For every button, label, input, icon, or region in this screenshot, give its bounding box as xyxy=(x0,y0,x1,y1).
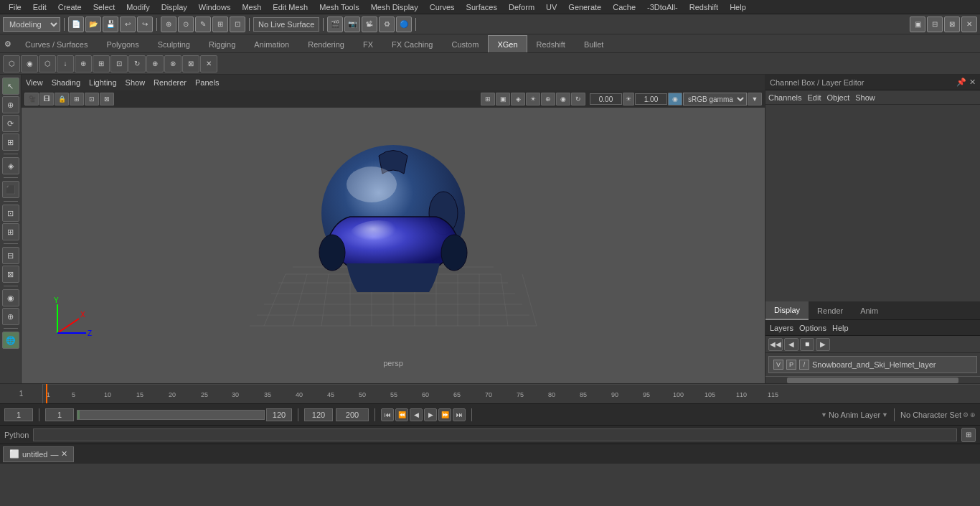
paint-btn[interactable]: ✎ xyxy=(195,17,211,32)
cb-channels-menu[interactable]: Channels xyxy=(768,93,801,102)
vp-menu-lighting[interactable]: Lighting xyxy=(89,78,117,87)
goto-start-btn[interactable]: ⏮ xyxy=(381,408,394,421)
range-start-input[interactable] xyxy=(45,408,74,421)
layers-menu-layers[interactable]: Layers xyxy=(770,324,793,332)
menu-edit[interactable]: Edit xyxy=(27,1,52,13)
snap-grid-btn[interactable]: ⊟ xyxy=(2,247,19,264)
tab-rendering[interactable]: Rendering xyxy=(298,35,354,52)
menu-curves[interactable]: Curves xyxy=(424,1,461,13)
tool-settings-btn[interactable]: ⊠ xyxy=(944,17,960,32)
mode-dropdown[interactable]: Modeling xyxy=(3,17,60,32)
move-tool-btn[interactable]: ⊕ xyxy=(2,96,19,113)
vp-menu-renderer[interactable]: Renderer xyxy=(154,78,187,87)
frame-range-slider[interactable] xyxy=(77,408,292,421)
select-btn[interactable]: ⊕ xyxy=(161,17,176,32)
vp-gamma-val[interactable] xyxy=(635,93,667,105)
multi-tool-btn[interactable]: ◈ xyxy=(2,157,19,174)
vp-menu-view[interactable]: View xyxy=(26,78,43,87)
new-file-btn[interactable]: 📄 xyxy=(68,17,84,32)
cb-show-menu[interactable]: Show xyxy=(855,93,875,102)
frame-slider[interactable] xyxy=(77,410,265,420)
xgen-icon4[interactable]: ↓ xyxy=(57,55,74,72)
vp-hud-btn[interactable]: ↻ xyxy=(571,93,585,106)
tab-fx[interactable]: FX xyxy=(354,35,382,52)
tab-display[interactable]: Display xyxy=(765,301,809,320)
menu-file[interactable]: File xyxy=(3,1,27,13)
xgen-icon11[interactable]: ⊠ xyxy=(182,55,199,72)
xgen-icon1[interactable]: ⬡ xyxy=(3,55,20,72)
render-btn[interactable]: 🎬 xyxy=(327,17,343,32)
xgen-icon12[interactable]: ✕ xyxy=(200,55,217,72)
tab-rigging[interactable]: Rigging xyxy=(199,35,245,52)
menu-edit-mesh[interactable]: Edit Mesh xyxy=(267,1,314,13)
step-back-btn[interactable]: ⏪ xyxy=(395,408,408,421)
menu-display[interactable]: Display xyxy=(156,1,193,13)
menu-3dto[interactable]: -3DtoAll- xyxy=(641,1,684,13)
python-input[interactable] xyxy=(33,428,957,441)
tab-redshift[interactable]: Redshift xyxy=(527,35,575,52)
menu-surfaces[interactable]: Surfaces xyxy=(461,1,503,13)
vp-colorspace-arrow[interactable]: ▼ xyxy=(748,93,762,106)
soft-select-btn[interactable]: ⬛ xyxy=(2,181,19,198)
snap-curve-btn[interactable]: ⊠ xyxy=(2,266,19,283)
show-manip-btn[interactable]: ⊕ xyxy=(2,308,19,325)
layer-add-btn[interactable]: ▶ xyxy=(816,338,830,351)
timeline-playhead[interactable] xyxy=(46,384,47,404)
goto-end-btn[interactable]: ⏭ xyxy=(453,408,466,421)
tab-bullet[interactable]: Bullet xyxy=(575,35,613,52)
vp-res-btn[interactable]: ⊞ xyxy=(70,93,84,106)
vp-light-btn[interactable]: ☀ xyxy=(526,93,540,106)
tab-animation[interactable]: Animation xyxy=(245,35,298,52)
save-file-btn[interactable]: 💾 xyxy=(103,17,118,32)
layer-playback-btn[interactable]: P xyxy=(786,360,796,370)
xgen-icon6[interactable]: ⊞ xyxy=(93,55,110,72)
menu-mesh-display[interactable]: Mesh Display xyxy=(365,1,424,13)
layers-menu-help[interactable]: Help xyxy=(832,324,849,332)
render-opts-btn[interactable]: ⚙ xyxy=(379,17,395,32)
tab-render[interactable]: Render xyxy=(809,301,852,320)
xgen-icon8[interactable]: ↻ xyxy=(128,55,146,72)
xgen-icon3[interactable]: ⬡ xyxy=(39,55,56,72)
select-tool-btn[interactable]: ↖ xyxy=(2,78,19,95)
open-file-btn[interactable]: 📂 xyxy=(85,17,101,32)
python-run-btn[interactable]: ⊞ xyxy=(961,428,976,442)
layer-back-btn[interactable]: ◀ xyxy=(784,338,798,351)
vp-menu-shading[interactable]: Shading xyxy=(52,78,80,87)
menu-mesh[interactable]: Mesh xyxy=(236,1,267,13)
render-seq-btn[interactable]: 📽 xyxy=(362,17,377,32)
snap-btn[interactable]: ⊞ xyxy=(212,17,228,32)
menu-select[interactable]: Select xyxy=(88,1,121,13)
undo-btn[interactable]: ↩ xyxy=(120,17,136,32)
xgen-icon2[interactable]: ◉ xyxy=(21,55,38,72)
xgen-icon7[interactable]: ⊡ xyxy=(110,55,128,72)
step-fwd-btn[interactable]: ⏩ xyxy=(438,408,451,421)
layers-scrollbar[interactable] xyxy=(765,376,980,383)
viewport[interactable]: View Shading Lighting Show Renderer Pane… xyxy=(22,75,765,383)
cb-edit-menu[interactable]: Edit xyxy=(807,93,821,102)
vp-texture-btn[interactable]: ◈ xyxy=(511,93,525,106)
menu-windows[interactable]: Windows xyxy=(193,1,237,13)
menu-modify[interactable]: Modify xyxy=(121,1,155,13)
vp-colorspace-dropdown[interactable]: sRGB gamma xyxy=(683,93,747,106)
task-close[interactable]: — xyxy=(50,450,58,459)
menu-generate[interactable]: Generate xyxy=(562,1,607,13)
vp-lock-btn[interactable]: 🔒 xyxy=(55,93,69,106)
xgen-icon5[interactable]: ⊕ xyxy=(75,55,92,72)
timeline-ruler[interactable]: 1 5 10 15 20 25 30 35 40 45 50 55 60 65 … xyxy=(43,384,980,404)
menu-mesh-tools[interactable]: Mesh Tools xyxy=(314,1,364,13)
cb-object-menu[interactable]: Object xyxy=(826,93,849,102)
xgen-icon10[interactable]: ⊗ xyxy=(164,55,182,72)
scale-tool-btn[interactable]: ⊞ xyxy=(2,133,19,151)
lasso-sel-btn[interactable]: ⊡ xyxy=(2,205,19,222)
redo-btn[interactable]: ↪ xyxy=(137,17,153,32)
tab-anim[interactable]: Anim xyxy=(852,301,887,320)
xgen-icon9[interactable]: ⊕ xyxy=(146,55,164,72)
layer-row-helmet[interactable]: V P / Snowboard_and_Ski_Helmet_layer xyxy=(768,356,977,373)
task-x[interactable]: ✕ xyxy=(61,449,67,459)
panel-close-btn[interactable]: ✕ xyxy=(969,78,976,87)
menu-uv[interactable]: UV xyxy=(540,1,562,13)
outliner-btn[interactable]: ✕ xyxy=(961,17,977,32)
total-frames-input[interactable] xyxy=(336,408,369,421)
menu-cache[interactable]: Cache xyxy=(607,1,641,13)
ipr-btn[interactable]: 📷 xyxy=(344,17,360,32)
